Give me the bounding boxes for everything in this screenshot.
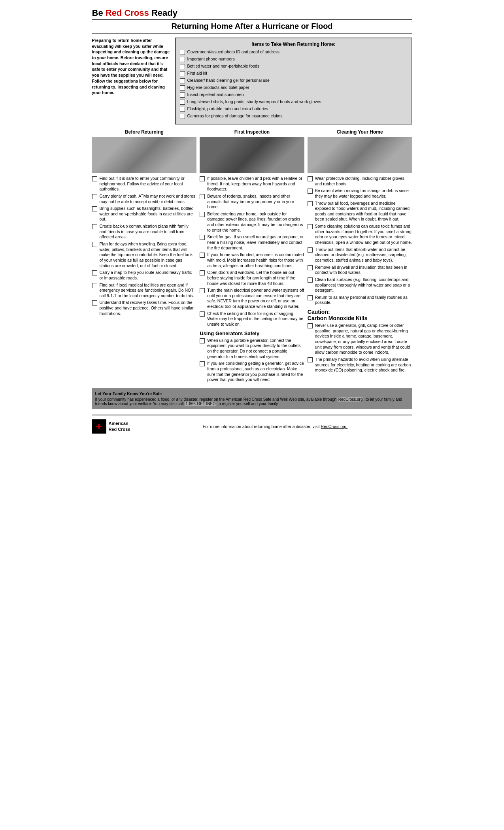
top-section: Preparing to return home after evacuatin… [92, 38, 412, 124]
footer-title: Let Your Family Know You're Safe [95, 391, 409, 396]
item-text: When using a portable generator, connect… [207, 338, 304, 360]
checkbox-icon[interactable] [308, 189, 313, 194]
bottom-info: For more information about returning hom… [138, 424, 412, 429]
phone-link[interactable]: 1-866-GET-INFO [185, 402, 216, 406]
list-item: Remove all drywall and insulation that h… [308, 265, 412, 275]
list-item: First aid kit [180, 71, 408, 76]
checkbox-icon[interactable] [308, 247, 313, 253]
list-item: Cleanser/ hand cleaning gel for personal… [180, 78, 408, 83]
checkbox-icon[interactable] [180, 107, 185, 112]
checkbox-icon[interactable] [200, 253, 205, 258]
list-item: The primary hazards to avoid when using … [308, 357, 412, 373]
item-text: Never use a generator, grill, camp stove… [315, 323, 412, 355]
checkbox-icon[interactable] [92, 224, 97, 229]
item-text: Bring supplies such as flashlights, batt… [100, 206, 197, 222]
checkbox-icon[interactable] [180, 78, 185, 83]
cleaning-home-items: Wear protective clothing, including rubb… [308, 176, 412, 306]
list-item: Understand that recovery takes time. Foc… [92, 300, 197, 316]
first-inspection-col: First Inspection If possible, leave chil… [200, 129, 304, 384]
list-item: Find out if it is safe to enter your com… [92, 176, 197, 192]
items-box-title: Items to Take When Returning Home: [180, 42, 408, 47]
item-text: Important phone numbers [187, 57, 235, 62]
first-inspection-image [200, 137, 304, 173]
caution-section: Caution:Carbon Monoxide Kills Never use … [308, 309, 412, 373]
three-column-section: Before Returning Find out if it is safe … [92, 129, 412, 384]
cross-icon [92, 419, 106, 434]
checkbox-icon[interactable] [180, 64, 185, 69]
before-returning-image [92, 137, 197, 173]
checkbox-icon[interactable] [308, 201, 313, 206]
list-item: Be careful when moving furnishings or de… [308, 188, 412, 199]
item-text: Carry a map to help you route around hea… [100, 270, 197, 281]
list-item: Create back-up communication plans with … [92, 224, 197, 240]
bottom-info-link[interactable]: RedCross.org. [321, 424, 348, 429]
list-item: Insect repellent and sunscreen [180, 92, 408, 98]
list-item: Bottled water and non-perishable foods [180, 64, 408, 69]
checkbox-icon[interactable] [200, 361, 205, 366]
checkbox-icon[interactable] [200, 311, 205, 317]
intro-text: Preparing to return home after evacuatin… [92, 38, 171, 124]
checkbox-icon[interactable] [92, 206, 97, 211]
checkbox-icon[interactable] [92, 300, 97, 306]
checkbox-icon[interactable] [180, 114, 185, 119]
item-text: Remove all drywall and insulation that h… [315, 265, 412, 275]
items-list: Government-issued photo ID and proof of … [180, 49, 408, 119]
checkbox-icon[interactable] [200, 194, 205, 199]
item-text: Cameras for photos of damage for insuran… [187, 113, 283, 119]
rc-logo-line1: American [109, 421, 130, 426]
checkbox-icon[interactable] [92, 194, 97, 199]
item-text: Find out if local medical facilities are… [100, 283, 197, 299]
checkbox-icon[interactable] [308, 277, 313, 283]
checkbox-icon[interactable] [180, 100, 185, 105]
checkbox-icon[interactable] [308, 224, 313, 229]
list-item: Some cleaning solutions can cause toxic … [308, 224, 412, 245]
checkbox-icon[interactable] [308, 176, 313, 181]
checkbox-icon[interactable] [92, 176, 97, 181]
list-item: Smell for gas. If you smell natural gas … [200, 234, 304, 251]
caution-subheader: Carbon Monoxide Kills [308, 315, 368, 321]
red-cross-label: Red Cross [106, 8, 149, 18]
checkbox-icon[interactable] [200, 176, 205, 181]
first-inspection-items: If possible, leave children and pets wit… [200, 176, 304, 327]
rc-logo-text: American Red Cross [109, 421, 130, 432]
list-item: If your home was flooded, assume it is c… [200, 252, 304, 268]
checkbox-icon[interactable] [308, 295, 313, 300]
list-item: Cameras for photos of damage for insuran… [180, 113, 408, 119]
list-item: When using a portable generator, connect… [200, 338, 304, 360]
checkbox-icon[interactable] [200, 270, 205, 275]
item-text: Check the ceiling and floor for signs of… [207, 311, 304, 327]
item-text: Create back-up communication plans with … [100, 224, 197, 240]
redcross-link[interactable]: RedCross.org [338, 397, 364, 402]
checkbox-icon[interactable] [180, 57, 185, 62]
checkbox-icon[interactable] [92, 242, 97, 247]
list-item: Plan for delays when traveling. Bring ex… [92, 241, 197, 268]
checkbox-icon[interactable] [180, 85, 185, 91]
checkbox-icon[interactable] [180, 92, 185, 98]
checkbox-icon[interactable] [200, 235, 205, 240]
checkbox-icon[interactable] [180, 50, 185, 55]
checkbox-icon[interactable] [308, 323, 313, 328]
rc-logo-line2: Red Cross [109, 426, 130, 432]
checkbox-icon[interactable] [180, 71, 185, 76]
checkbox-icon[interactable] [92, 283, 97, 288]
item-text: Throw out all food, beverages and medici… [315, 201, 412, 223]
checkbox-icon[interactable] [200, 288, 205, 293]
item-text: Insect repellent and sunscreen [187, 92, 244, 98]
item-text: Carry plenty of cash. ATMs may not work … [100, 194, 197, 204]
checkbox-icon[interactable] [92, 270, 97, 275]
header: Be Red Cross Ready Returning Home After … [92, 8, 412, 34]
red-cross-logo: American Red Cross [92, 419, 130, 434]
item-text: First aid kit [187, 71, 208, 76]
before-returning-items: Find out if it is safe to enter your com… [92, 176, 197, 316]
item-text: Flashlight, portable radio and extra bat… [187, 106, 268, 112]
before-returning-col: Before Returning Find out if it is safe … [92, 129, 197, 384]
checkbox-icon[interactable] [308, 357, 313, 362]
checkbox-icon[interactable] [308, 265, 313, 270]
list-item: Throw out all food, beverages and medici… [308, 201, 412, 223]
be-label: Be [92, 8, 106, 18]
checkbox-icon[interactable] [200, 338, 205, 343]
list-item: Flashlight, portable radio and extra bat… [180, 106, 408, 112]
checkbox-icon[interactable] [200, 212, 205, 217]
item-text: Before entering your home, look outside … [207, 211, 304, 233]
list-item: Before entering your home, look outside … [200, 211, 304, 233]
